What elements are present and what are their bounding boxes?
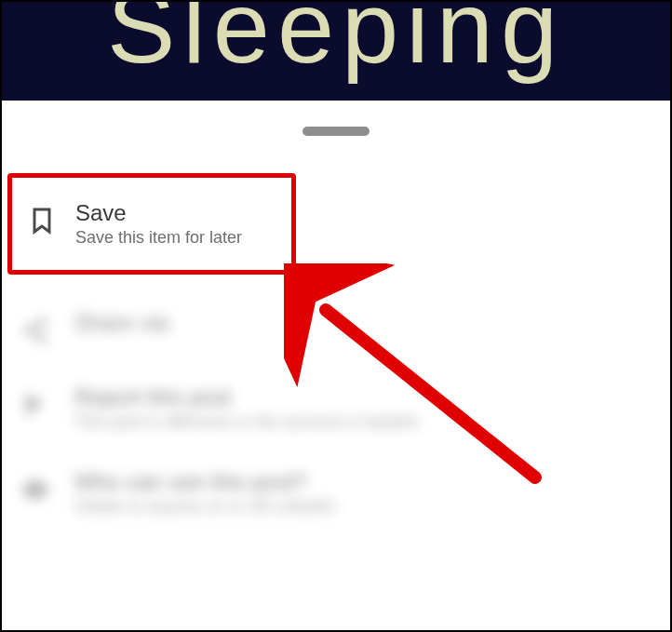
visibility-subtitle: Visible to anyone on or off LinkedIn [74, 497, 336, 517]
save-subtitle: Save this item for later [75, 228, 242, 248]
save-title: Save [75, 200, 242, 226]
visibility-title: Who can see this post? [74, 469, 336, 495]
visibility-text: Who can see this post? Visible to anyone… [74, 469, 336, 517]
save-button[interactable]: Save Save this item for later [7, 173, 296, 275]
visibility-button[interactable]: Who can see this post? Visible to anyone… [0, 452, 672, 533]
svg-point-3 [33, 487, 37, 491]
eye-icon [19, 473, 52, 506]
drag-handle[interactable] [302, 127, 370, 136]
report-text: Report this post This post is offensive … [74, 384, 417, 432]
header-title: Sleeping [107, 0, 565, 68]
share-title: Share via [74, 310, 168, 336]
flag-icon [19, 388, 52, 422]
header-banner: Sleeping [0, 0, 672, 101]
save-text: Save Save this item for later [75, 200, 242, 248]
share-button[interactable]: Share via [0, 293, 672, 364]
share-text: Share via [74, 310, 168, 338]
bookmark-icon [25, 204, 59, 237]
report-button[interactable]: Report this post This post is offensive … [0, 368, 672, 449]
report-title: Report this post [74, 384, 417, 410]
action-sheet: Save Save this item for later Share via … [0, 101, 672, 533]
share-icon [19, 314, 52, 347]
report-subtitle: This post is offensive or the account is… [74, 412, 417, 432]
